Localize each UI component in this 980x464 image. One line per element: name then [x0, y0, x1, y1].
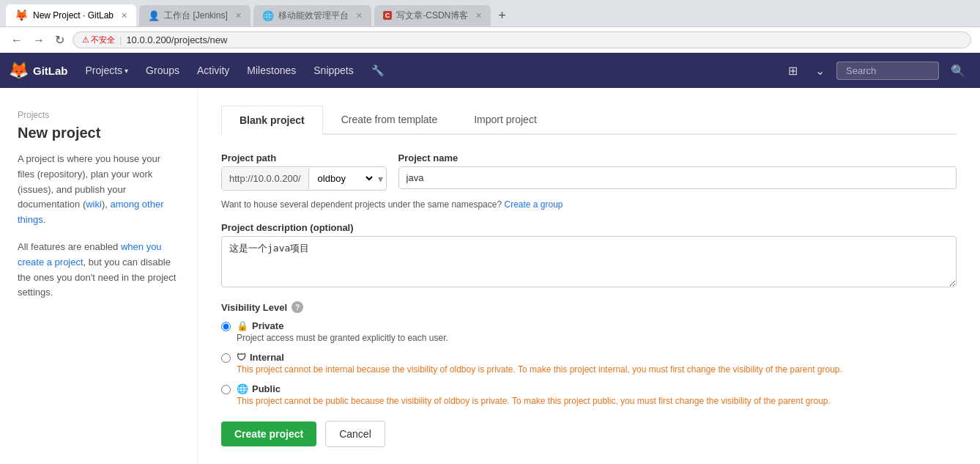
tab-1-label: New Project · GitLab [33, 10, 114, 21]
project-name-input[interactable] [398, 166, 957, 189]
visibility-public-desc: This project cannot be public because th… [237, 396, 831, 406]
jenkins-favicon: 👤 [148, 10, 160, 21]
visibility-radio-private[interactable] [221, 322, 231, 331]
description-group: Project description (optional) [221, 221, 957, 290]
description-label: Project description (optional) [221, 222, 354, 233]
projects-arrow-icon: ▾ [125, 67, 128, 75]
namespace-hint: Want to house several dependent projects… [221, 199, 957, 210]
visibility-label: Visibility Level ? [221, 301, 957, 313]
sidebar: Projects New project A project is where … [0, 88, 198, 464]
visibility-internal-content: 🛡 Internal This project cannot be intern… [237, 352, 842, 375]
project-path-group: Project path http://10.0.0.200/ oldboy ▾ [221, 152, 387, 191]
globe-icon: 🌐 [237, 383, 248, 394]
nav-milestones[interactable]: Milestones [238, 53, 305, 88]
gitlab-favicon: 🦊 [15, 9, 29, 22]
tab-3-close[interactable]: ✕ [356, 11, 363, 21]
main-area: Blank project Create from template Impor… [198, 88, 980, 464]
mobile-favicon: 🌐 [262, 10, 274, 21]
tab-2-close[interactable]: ✕ [235, 11, 242, 21]
select-arrow-icon: ▾ [375, 173, 386, 185]
visibility-option-private: 🔒 Private Project access must be granted… [221, 320, 957, 343]
forward-button[interactable]: → [31, 34, 47, 47]
visibility-option-internal: 🛡 Internal This project cannot be intern… [221, 352, 957, 375]
shield-icon: 🛡 [237, 352, 246, 363]
action-row: Create project Cancel [221, 421, 957, 447]
project-path-label: Project path [221, 152, 387, 163]
path-input-row: http://10.0.0.200/ oldboy ▾ [221, 166, 387, 191]
visibility-public-label: 🌐 Public [237, 383, 831, 394]
address-separator: | [119, 34, 122, 45]
sidebar-description-2: All features are enabled when you create… [18, 240, 179, 301]
tab-1-close[interactable]: ✕ [121, 11, 127, 21]
tab-create-from-template[interactable]: Create from template [323, 106, 456, 133]
tab-2-label: 工作台 [Jenkins] [164, 10, 228, 22]
create-project-link[interactable]: when you create a project [18, 241, 162, 268]
url-text: 10.0.0.200/projects/new [126, 34, 227, 45]
csdn-favicon: C [383, 11, 393, 20]
nav-snippets[interactable]: Snippets [305, 53, 362, 88]
sidebar-description: A project is where you house your files … [18, 152, 179, 228]
visibility-public-content: 🌐 Public This project cannot be public b… [237, 383, 831, 406]
gitlab-navbar: 🦊 GitLab Projects ▾ Groups Activity Mile… [0, 53, 980, 88]
nav-projects[interactable]: Projects ▾ [77, 53, 138, 88]
tab-bar: 🦊 New Project · GitLab ✕ 👤 工作台 [Jenkins]… [0, 0, 980, 26]
create-project-button[interactable]: Create project [221, 421, 316, 446]
browser-chrome: 🦊 New Project · GitLab ✕ 👤 工作台 [Jenkins]… [0, 0, 980, 53]
visibility-internal-label: 🛡 Internal [237, 352, 842, 363]
tab-4-label: 写文章-CSDN博客 [396, 10, 468, 22]
nav-links: Projects ▾ Groups Activity Milestones Sn… [77, 53, 393, 88]
new-tab-button[interactable]: + [494, 8, 511, 23]
nav-groups[interactable]: Groups [137, 53, 188, 88]
path-name-row: Project path http://10.0.0.200/ oldboy ▾… [221, 152, 957, 191]
visibility-private-content: 🔒 Private Project access must be granted… [237, 320, 448, 343]
visibility-help-icon[interactable]: ? [292, 301, 303, 313]
visibility-private-desc: Project access must be granted explicitl… [237, 333, 448, 343]
browser-tab-3[interactable]: 🌐 移动能效管理平台 ✕ [253, 5, 371, 26]
path-prefix: http://10.0.0.200/ [222, 168, 309, 189]
visibility-option-public: 🌐 Public This project cannot be public b… [221, 383, 957, 406]
warning-icon: ⚠ [82, 35, 89, 45]
page-content: Projects New project A project is where … [0, 88, 980, 464]
nav-plus-button[interactable]: ⊞ [782, 61, 803, 81]
browser-tab-2[interactable]: 👤 工作台 [Jenkins] ✕ [139, 5, 250, 26]
reload-button[interactable]: ↻ [53, 33, 67, 47]
nav-search-icon[interactable]: 🔍 [945, 61, 971, 81]
namespace-select[interactable]: oldboy [309, 167, 375, 190]
project-name-label: Project name [398, 152, 957, 163]
wiki-link[interactable]: wiki [86, 199, 102, 210]
nav-wrench[interactable]: 🔧 [363, 53, 393, 88]
warning-text: 不安全 [91, 34, 115, 45]
nav-activity[interactable]: Activity [188, 53, 238, 88]
create-group-link[interactable]: Create a group [504, 199, 563, 210]
security-warning: ⚠ 不安全 [82, 34, 115, 45]
project-tabs: Blank project Create from template Impor… [221, 106, 957, 135]
cancel-button[interactable]: Cancel [325, 421, 385, 447]
back-button[interactable]: ← [9, 34, 25, 47]
address-bar: ← → ↻ ⚠ 不安全 | 10.0.0.200/projects/new [0, 26, 980, 53]
nav-search-input[interactable] [836, 62, 939, 80]
lock-icon: 🔒 [237, 320, 248, 331]
visibility-radio-internal[interactable] [221, 353, 231, 363]
visibility-internal-desc: This project cannot be internal because … [237, 364, 842, 375]
nav-right: ⊞ ⌄ 🔍 [782, 61, 971, 81]
tab-blank-project[interactable]: Blank project [221, 106, 323, 135]
gitlab-brand: GitLab [33, 65, 68, 77]
tab-4-close[interactable]: ✕ [475, 11, 482, 21]
visibility-radio-public[interactable] [221, 385, 231, 394]
visibility-private-label: 🔒 Private [237, 320, 448, 331]
nav-expand-button[interactable]: ⌄ [809, 61, 831, 81]
breadcrumb: Projects [18, 110, 179, 120]
browser-tab-1[interactable]: 🦊 New Project · GitLab ✕ [6, 4, 136, 26]
gitlab-logo[interactable]: 🦊 GitLab [9, 61, 68, 80]
tab-3-label: 移动能效管理平台 [278, 10, 349, 22]
visibility-section: Visibility Level ? 🔒 Private Project acc… [221, 301, 957, 406]
tab-import-project[interactable]: Import project [456, 106, 555, 133]
browser-tab-4[interactable]: C 写文章-CSDN博客 ✕ [374, 5, 491, 26]
gitlab-fox-icon: 🦊 [9, 61, 29, 80]
page-title: New project [18, 125, 179, 141]
project-name-group: Project name [398, 152, 957, 191]
description-input[interactable] [221, 236, 957, 287]
address-field[interactable]: ⚠ 不安全 | 10.0.0.200/projects/new [73, 32, 971, 48]
